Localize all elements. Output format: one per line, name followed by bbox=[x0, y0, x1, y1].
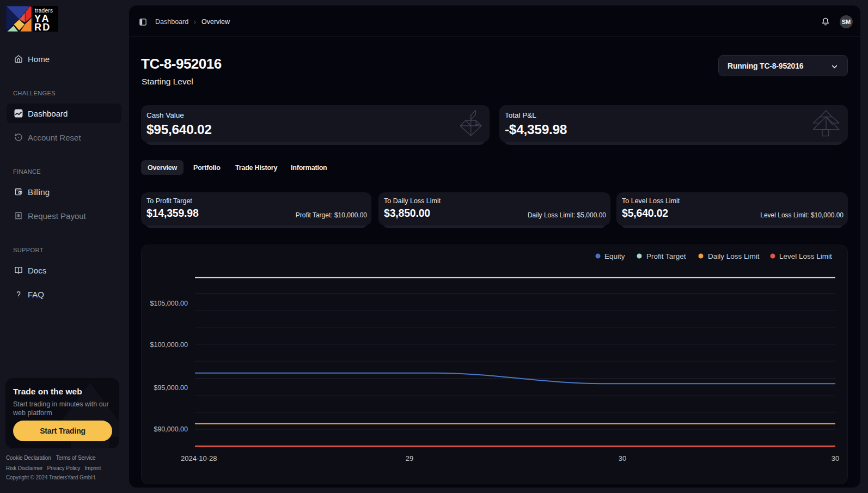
svg-text:Level Loss Limit: Level Loss Limit bbox=[779, 252, 832, 260]
svg-text:30: 30 bbox=[832, 454, 839, 462]
svg-text:29: 29 bbox=[406, 454, 413, 462]
svg-text:Daily Loss Limit: Daily Loss Limit bbox=[708, 252, 760, 260]
svg-text:$90,000.00: $90,000.00 bbox=[154, 425, 188, 433]
svg-text:$95,000.00: $95,000.00 bbox=[154, 384, 188, 392]
svg-text:$100,000.00: $100,000.00 bbox=[150, 341, 188, 349]
svg-text:$105,000.00: $105,000.00 bbox=[150, 300, 188, 307]
svg-text:Equity: Equity bbox=[604, 252, 625, 260]
svg-text:Profit Target: Profit Target bbox=[646, 252, 686, 260]
svg-text:2024-10-28: 2024-10-28 bbox=[181, 454, 217, 462]
svg-text:30: 30 bbox=[619, 454, 626, 462]
svg-text:RD: RD bbox=[34, 22, 51, 32]
